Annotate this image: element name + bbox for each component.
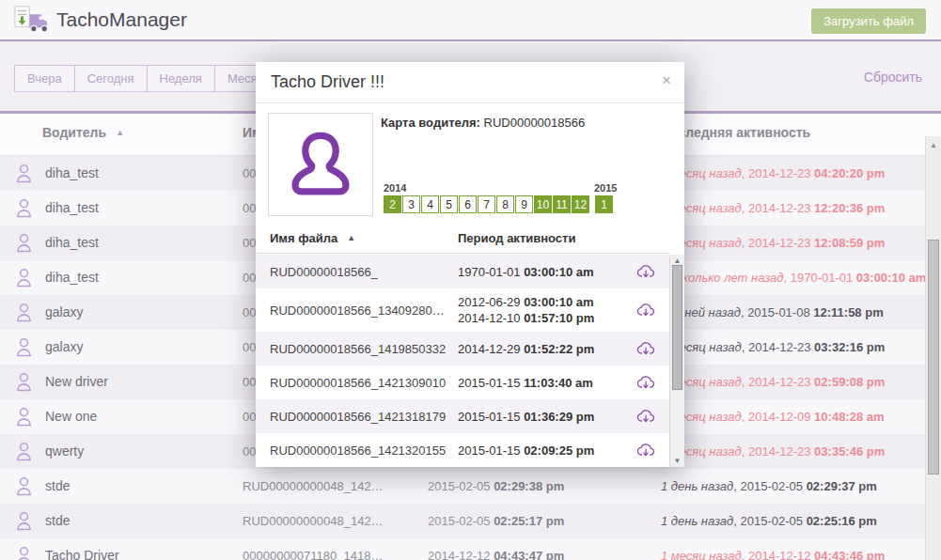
driver-name: diha_test [45, 156, 99, 191]
upload-file-button[interactable]: Загрузить файл [811, 8, 926, 34]
table-row[interactable]: Tacho Driver00000000071180_1418…2014-12-… [0, 538, 925, 560]
upload-date: 2014-12-12 04:43:47 pm [428, 538, 564, 560]
month-box[interactable]: 3 [402, 195, 420, 213]
last-activity: 1 месяц назад, 2014-12-23 04:20:20 pm [661, 156, 885, 191]
driver-name: diha_test [45, 226, 99, 260]
table-row[interactable]: stdeRUD00000000048_142…2015-02-05 02:29:… [0, 469, 925, 504]
driver-name: diha_test [45, 260, 99, 295]
page-scrollbar[interactable]: ▲ [925, 136, 941, 560]
last-activity: 1 месяц назад, 2014-12-09 10:48:28 am [661, 399, 885, 434]
person-icon [15, 476, 33, 496]
file-row[interactable]: RUD00000018566_14213201552015-01-15 02:0… [256, 433, 669, 467]
driver-name: Tacho Driver [45, 538, 119, 560]
file-name: 00 [243, 295, 256, 330]
month-box[interactable]: 1 [595, 195, 613, 213]
file-name: RUD00000018566_ [270, 265, 378, 279]
file-row[interactable]: RUD00000018566_14198503322014-12-29 01:5… [256, 332, 669, 366]
scroll-up-icon[interactable]: ▲ [670, 257, 684, 265]
cloud-download-icon[interactable] [636, 375, 655, 391]
last-activity: 29 дней назад, 2015-01-08 12:11:58 pm [661, 295, 884, 330]
modal-scrollbar[interactable]: ▲ ▼ [669, 255, 684, 467]
file-name: 00 [243, 365, 256, 399]
month-box[interactable]: 5 [440, 195, 458, 213]
scroll-down-icon[interactable]: ▼ [670, 457, 684, 465]
driver-name: New driver [45, 365, 108, 399]
file-name: 00000000071180_1418… [243, 538, 383, 560]
last-activity: 1 месяц назад, 2014-12-23 03:32:16 pm [661, 330, 885, 365]
month-box[interactable]: 12 [572, 195, 589, 213]
person-icon [15, 511, 33, 531]
column-activity-period[interactable]: Период активности [458, 231, 575, 245]
scroll-up-icon[interactable]: ▲ [926, 141, 941, 149]
person-icon [15, 233, 33, 253]
file-name: RUD00000018566_1421309010 [270, 376, 446, 390]
driver-name: qwerty [45, 434, 84, 469]
month-boxes: 234567891011121 [384, 195, 614, 213]
file-name: RUD00000000048_142… [243, 469, 384, 504]
month-box[interactable]: 4 [421, 195, 439, 213]
file-row[interactable]: RUD00000018566_14213181792015-01-15 01:3… [256, 399, 669, 433]
month-box[interactable]: 8 [496, 195, 514, 213]
cloud-download-icon[interactable] [636, 443, 655, 459]
cloud-download-icon[interactable] [636, 409, 655, 425]
month-box[interactable]: 2 [384, 195, 401, 213]
month-box[interactable]: 6 [459, 195, 477, 213]
month-box[interactable]: 10 [534, 195, 552, 213]
last-activity: 1 месяц назад, 2014-12-23 03:35:46 pm [661, 434, 885, 469]
last-activity: Несколько лет назад, 1970-01-01 03:00:10… [661, 260, 925, 295]
person-icon [15, 442, 33, 461]
driver-modal: Tacho Driver !!! × Карта водителя: RUD00… [256, 62, 684, 467]
person-icon [15, 546, 33, 560]
file-row[interactable]: RUD00000018566_14213090102015-01-15 11:0… [256, 366, 669, 399]
last-activity: 1 месяц назад, 2014-12-12 04:43:46 pm [661, 538, 885, 560]
reset-filters-link[interactable]: Сбросить [864, 70, 922, 85]
table-row[interactable]: stdeRUD00000000048_142…2015-02-05 02:25:… [0, 504, 925, 538]
person-icon [15, 372, 33, 392]
file-name: 00 [243, 226, 256, 260]
close-icon[interactable]: × [662, 71, 671, 90]
activity-period: 2015-01-15 01:36:29 pm [458, 409, 594, 425]
driver-name: stde [45, 469, 70, 504]
month-box[interactable]: 11 [553, 195, 571, 213]
file-row[interactable]: RUD00000018566_1970-01-01 03:00:10 am [256, 255, 669, 288]
last-activity: 1 месяц назад, 2014-12-23 12:20:36 pm [661, 191, 885, 226]
file-row[interactable]: RUD00000018566_13409280…2012-06-29 03:00… [256, 288, 669, 332]
person-icon [15, 268, 33, 288]
activity-period: 2015-01-15 11:03:40 am [458, 375, 593, 391]
truck-upload-icon [11, 4, 51, 38]
sort-asc-icon: ▲ [116, 128, 124, 137]
scrollbar-thumb[interactable] [672, 265, 682, 390]
modal-header: Tacho Driver !!! × [256, 62, 684, 103]
upload-date: 2015-02-05 02:29:38 pm [428, 469, 564, 504]
file-name: 00 [243, 434, 256, 469]
scrollbar-thumb[interactable] [928, 240, 939, 474]
column-file-name[interactable]: Имя файла▲ [270, 231, 355, 245]
filter-button-2[interactable]: Сегодня [74, 65, 148, 92]
top-bar: TachoManager Загрузить файл [0, 0, 941, 41]
filter-button-1[interactable]: Вчера [14, 65, 75, 92]
file-name: RUD00000000048_142… [243, 504, 384, 538]
driver-name: galaxy [45, 295, 83, 330]
driver-name: stde [45, 504, 70, 538]
person-icon [15, 303, 33, 322]
modal-title: Tacho Driver !!! [271, 72, 384, 92]
file-name: RUD00000018566_1419850332 [270, 342, 446, 356]
cloud-download-icon[interactable] [636, 341, 655, 357]
last-activity: 1 день назад, 2015-02-05 02:25:16 pm [661, 504, 877, 538]
year-label: 2014 [384, 182, 406, 194]
driver-avatar [268, 113, 373, 216]
person-icon [15, 407, 33, 427]
activity-period: 2015-01-15 02:09:25 pm [458, 443, 594, 459]
month-box[interactable]: 7 [478, 195, 495, 213]
file-name: 00 [243, 156, 256, 191]
activity-period: 1970-01-01 03:00:10 am [458, 264, 594, 280]
month-box[interactable]: 9 [515, 195, 533, 213]
cloud-download-icon[interactable] [636, 303, 655, 319]
person-icon [15, 163, 33, 183]
column-driver[interactable]: Водитель▲ [42, 125, 124, 140]
filter-button-3[interactable]: Неделя [147, 65, 215, 92]
upload-date: 2015-02-05 02:25:17 pm [428, 504, 564, 538]
file-name: 00 [243, 260, 256, 295]
cloud-download-icon[interactable] [636, 264, 655, 280]
person-icon [15, 198, 33, 218]
